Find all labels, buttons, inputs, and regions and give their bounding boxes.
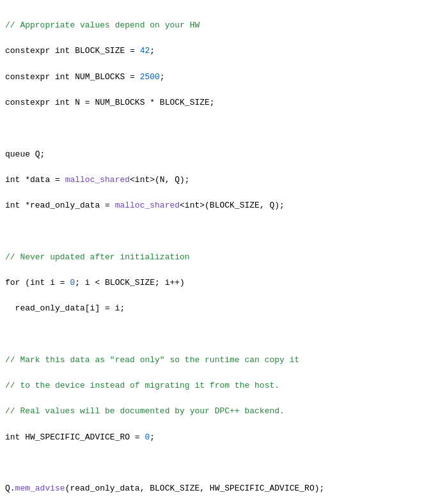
line-19: Q.mem_advise(read_only_data, BLOCK_SIZE,… (5, 482, 433, 495)
line-5 (5, 122, 433, 135)
line-18 (5, 457, 433, 470)
line-8: int *read_only_data = malloc_shared<int>… (5, 199, 433, 212)
line-12: read_only_data[i] = i; (5, 302, 433, 315)
line-11: for (int i = 0; i < BLOCK_SIZE; i++) (5, 277, 433, 289)
line-1: // Appropriate values depend on your HW (5, 19, 433, 32)
line-15: // to the device instead of migrating it… (5, 379, 433, 392)
line-2: constexpr int BLOCK_SIZE = 42; (5, 45, 433, 57)
line-14: // Mark this data as "read only" so the … (5, 354, 433, 367)
line-9 (5, 225, 433, 238)
line-10: // Never updated after initialization (5, 251, 433, 264)
code-container: // Appropriate values depend on your HW … (5, 6, 433, 504)
line-4: constexpr int N = NUM_BLOCKS * BLOCK_SIZ… (5, 96, 433, 109)
line-6: queue Q; (5, 148, 433, 161)
line-13 (5, 328, 433, 341)
line-3: constexpr int NUM_BLOCKS = 2500; (5, 71, 433, 84)
line-16: // Real values will be documented by you… (5, 405, 433, 418)
line-17: int HW_SPECIFIC_ADVICE_RO = 0; (5, 431, 433, 444)
line-7: int *data = malloc_shared<int>(N, Q); (5, 174, 433, 187)
